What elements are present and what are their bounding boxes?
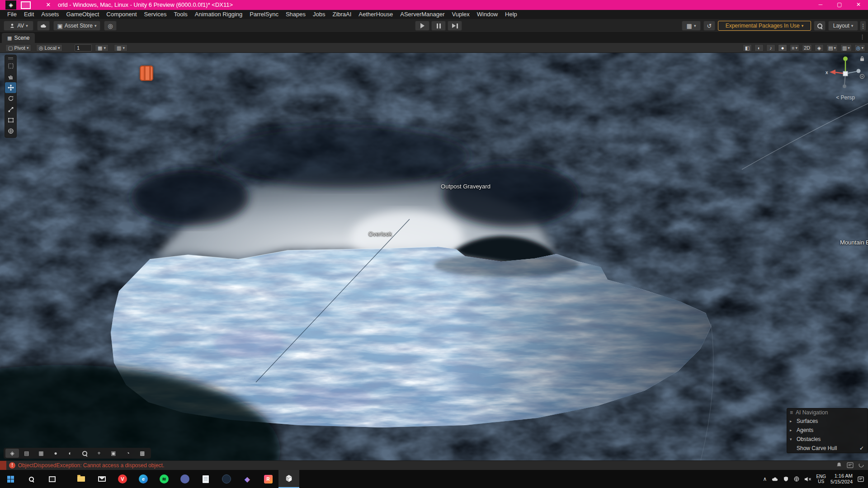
menu-item-jobs[interactable]: Jobs — [309, 10, 329, 19]
account-dropdown[interactable]: AV ▾ — [4, 21, 33, 31]
services-grid-dropdown[interactable]: ▦ ▾ — [682, 21, 701, 31]
pause-button[interactable] — [431, 21, 446, 31]
onedrive-cloud-icon[interactable] — [771, 476, 778, 482]
cloud-button[interactable] — [37, 21, 50, 31]
menu-item-parrelsync[interactable]: ParrelSync — [246, 10, 282, 19]
menu-item-window[interactable]: Window — [473, 10, 501, 19]
taskbar-vivaldi[interactable]: V — [112, 470, 133, 488]
x-axis-handle[interactable] — [830, 70, 835, 75]
step-button[interactable] — [448, 21, 462, 31]
overlay-drag-handle[interactable] — [5, 56, 16, 61]
camera-preview-button[interactable]: ▩ — [136, 449, 149, 458]
taskbar-mail[interactable] — [91, 470, 112, 488]
close-button[interactable]: ✕ — [849, 0, 868, 10]
move-overlay-button[interactable]: + — [92, 449, 106, 458]
taskbar-rider[interactable]: R — [258, 470, 278, 488]
grid-snap-dropdown[interactable]: ▦ ▾ — [95, 44, 108, 52]
grid-toggle-button[interactable]: ▦ — [34, 449, 48, 458]
action-center-icon[interactable] — [857, 476, 864, 483]
status-error-text[interactable]: ObjectDisposedException: Cannot access a… — [18, 462, 165, 469]
orbit-tool-button[interactable]: ◈ — [5, 449, 19, 458]
scene-camera-dropdown[interactable]: ◎▾ — [854, 44, 865, 52]
tab-scene[interactable]: ▦ Scene — [2, 33, 35, 43]
layout-dropdown[interactable]: Layout ▾ — [828, 21, 858, 31]
menu-item-services[interactable]: Services — [141, 10, 170, 19]
menu-item-component[interactable]: Component — [103, 10, 140, 19]
start-button[interactable] — [0, 470, 21, 488]
floating-restore-button[interactable] — [21, 1, 31, 9]
shaded-sphere-button[interactable]: ● — [49, 449, 62, 458]
security-shield-icon[interactable] — [783, 476, 789, 482]
local-dropdown[interactable]: ◎ Local ▾ — [36, 44, 62, 52]
tool-move[interactable] — [5, 82, 16, 93]
menu-item-gameobject[interactable]: GameObject — [62, 10, 103, 19]
floating-close-button[interactable]: ✕ — [44, 1, 52, 9]
taskbar-search-button[interactable] — [21, 470, 42, 488]
toolbar-kebab-menu[interactable]: ⋮ — [860, 21, 866, 31]
tool-rotate[interactable] — [5, 93, 16, 104]
neg-y-handle[interactable] — [843, 84, 846, 88]
volume-muted-icon[interactable] — [804, 476, 811, 482]
language-indicator[interactable]: ENG US — [816, 474, 826, 484]
notifications-bell-icon[interactable] — [836, 462, 842, 468]
half-shade-button[interactable]: ◐ — [63, 449, 77, 458]
snap-settings-dropdown[interactable]: ▥ ▾ — [114, 44, 127, 52]
tray-expand-chevron[interactable]: ∧ — [763, 476, 767, 482]
search-button[interactable] — [814, 21, 826, 31]
experimental-packages-dropdown[interactable]: Experimental Packages In Use ▾ — [718, 21, 811, 31]
taskbar-unity-active[interactable] — [278, 470, 299, 488]
tool-rect[interactable] — [5, 115, 16, 126]
menu-item-animation-rigging[interactable]: Animation Rigging — [191, 10, 246, 19]
menu-item-help[interactable]: Help — [501, 10, 521, 19]
tool-hand[interactable] — [5, 71, 16, 82]
play-button[interactable] — [415, 21, 429, 31]
menu-item-aetherhouse[interactable]: AetherHouse — [355, 10, 396, 19]
asset-store-dropdown[interactable]: ▣ Asset Store ▾ — [53, 21, 100, 31]
gizmo-center-cube[interactable] — [843, 71, 848, 76]
sprite-gizmo-icon[interactable] — [140, 66, 153, 81]
persp-label[interactable]: < Persp — [824, 94, 867, 101]
taskbar-spotify[interactable]: ≋ — [154, 470, 175, 488]
lighting-toggle[interactable]: ◐ — [755, 44, 764, 52]
undo-history-button[interactable]: ↺ — [703, 21, 715, 31]
tool-select[interactable] — [5, 61, 16, 71]
compass-overlay-button[interactable]: ◔ — [121, 449, 135, 458]
ainav-row-surfaces[interactable]: ▸ Surfaces — [787, 417, 868, 426]
tab-kebab-menu[interactable]: ⋮ — [859, 33, 865, 40]
ainav-row-obstacles[interactable]: ▾ Obstacles — [787, 435, 868, 444]
taskbar-notepad[interactable] — [195, 470, 216, 488]
taskbar-file-explorer[interactable] — [71, 470, 91, 488]
menu-item-assets[interactable]: Assets — [38, 10, 62, 19]
network-globe-icon[interactable] — [793, 476, 800, 482]
taskbar-visual-studio[interactable]: ◆ — [237, 470, 258, 488]
grid-size-field[interactable]: 1 — [75, 44, 92, 52]
scene-viewport[interactable]: Outpost Graveyard Overlook Mountain B — [0, 53, 868, 460]
taskbar-steam[interactable] — [216, 470, 237, 488]
layers-overlay-button[interactable]: ▣ — [107, 449, 120, 458]
gizmo-toggle[interactable]: ◈ — [815, 44, 824, 52]
maximize-button[interactable]: ▢ — [830, 0, 849, 10]
2d-toggle[interactable]: 2D — [802, 44, 812, 52]
menu-item-edit[interactable]: Edit — [20, 10, 38, 19]
pivot-dropdown[interactable]: ▢ Pivot ▾ — [5, 44, 31, 52]
menu-item-tools[interactable]: Tools — [170, 10, 191, 19]
task-view-button[interactable] — [42, 470, 62, 488]
console-icon[interactable] — [847, 462, 854, 468]
minimize-button[interactable]: ─ — [811, 0, 830, 10]
search-overlay-button[interactable] — [78, 449, 91, 458]
effects-dropdown[interactable]: ● — [778, 44, 787, 52]
menu-item-shapes[interactable]: Shapes — [282, 10, 309, 19]
menu-item-vuplex[interactable]: Vuplex — [448, 10, 473, 19]
ai-navigation-header[interactable]: ≡ AI Navigation — [787, 408, 868, 417]
menu-item-file[interactable]: File — [4, 10, 20, 19]
layers-visibility-dropdown[interactable]: ▥▾ — [840, 44, 852, 52]
menu-item-zibraai[interactable]: ZibraAI — [329, 10, 355, 19]
shading-mode-button[interactable]: ◧ — [743, 44, 752, 52]
y-axis-handle[interactable] — [843, 56, 848, 61]
gizmo-settings-icon[interactable] — [859, 74, 865, 79]
target-picker-button[interactable]: ◎ — [104, 21, 117, 31]
tool-scale[interactable] — [5, 104, 16, 115]
view-list-button[interactable]: ▤ — [20, 449, 33, 458]
tool-transform[interactable] — [5, 126, 16, 136]
status-bar[interactable]: ! ObjectDisposedException: Cannot access… — [0, 460, 868, 470]
